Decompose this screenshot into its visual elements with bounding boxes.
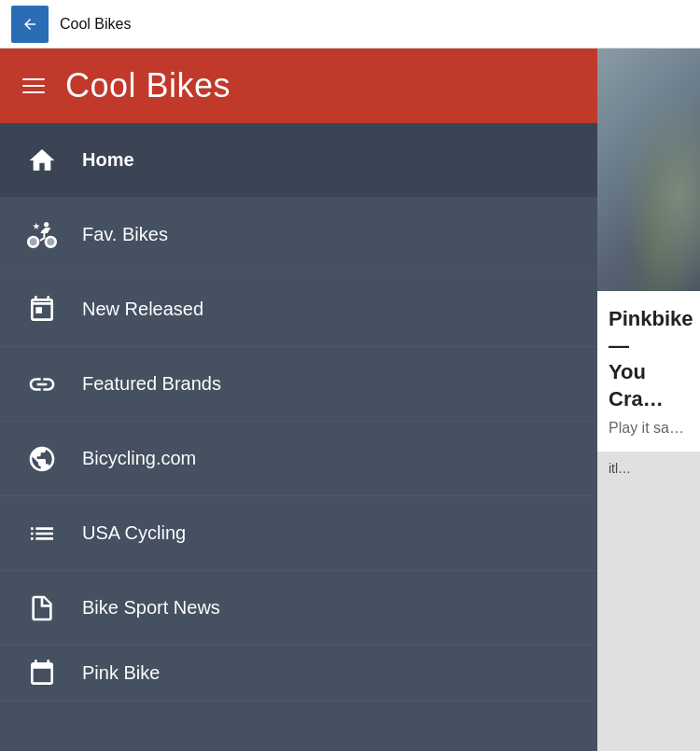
nav-list: Home Fav. Bikes xyxy=(0,123,597,751)
back-icon xyxy=(21,16,38,33)
footer-text: itl… xyxy=(597,452,700,486)
nav-label-bike-sport-news: Bike Sport News xyxy=(82,597,220,619)
list-icon xyxy=(19,510,65,557)
globe-icon xyxy=(19,436,65,482)
nav-label-pink-bike: Pink Bike xyxy=(82,662,160,684)
fav-bikes-icon xyxy=(19,212,65,258)
nav-item-bicycling-com[interactable]: Bicycling.com xyxy=(0,422,597,496)
document-icon xyxy=(19,585,65,632)
hamburger-line-2 xyxy=(22,85,45,87)
nav-label-bicycling-com: Bicycling.com xyxy=(82,448,196,469)
nav-label-new-released: New Released xyxy=(82,299,203,320)
hamburger-line-1 xyxy=(22,78,45,80)
nav-item-usa-cycling[interactable]: USA Cycling xyxy=(0,496,597,571)
nav-label-featured-brands: Featured Brands xyxy=(82,373,221,395)
hamburger-button[interactable] xyxy=(15,67,52,104)
nav-item-fav-bikes[interactable]: Fav. Bikes xyxy=(0,198,597,272)
nav-item-new-released[interactable]: New Released xyxy=(0,272,597,347)
main-area: Cool Bikes Home xyxy=(0,49,700,751)
home-icon xyxy=(19,137,65,184)
nav-label-usa-cycling: USA Cycling xyxy=(82,522,186,544)
app-title: Cool Bikes xyxy=(65,66,231,105)
nav-item-home[interactable]: Home xyxy=(0,123,597,198)
back-button[interactable] xyxy=(11,6,49,43)
sidebar: Cool Bikes Home xyxy=(0,49,597,751)
article-subtitle: Play it sa… xyxy=(609,420,689,437)
nav-item-featured-brands[interactable]: Featured Brands xyxy=(0,347,597,422)
right-panel-image xyxy=(597,49,700,291)
new-released-icon xyxy=(19,286,65,333)
pink-bike-icon xyxy=(19,650,65,697)
nav-item-pink-bike[interactable]: Pink Bike xyxy=(0,646,597,702)
hamburger-line-3 xyxy=(22,91,45,93)
article-title-text: Pinkbike — You Cra… xyxy=(609,307,693,410)
article-title: Pinkbike — You Cra… xyxy=(609,306,689,412)
nav-label-fav-bikes: Fav. Bikes xyxy=(82,224,168,245)
nav-label-home: Home xyxy=(82,149,134,171)
title-bar-title: Cool Bikes xyxy=(60,16,131,33)
nav-item-bike-sport-news[interactable]: Bike Sport News xyxy=(0,571,597,646)
title-bar: Cool Bikes xyxy=(0,0,700,49)
right-panel-footer: itl… xyxy=(597,452,700,751)
right-panel: Pinkbike — You Cra… Play it sa… itl… xyxy=(597,49,700,751)
app-header: Cool Bikes xyxy=(0,49,597,123)
featured-brands-icon xyxy=(19,361,65,408)
right-panel-text: Pinkbike — You Cra… Play it sa… xyxy=(597,291,700,452)
